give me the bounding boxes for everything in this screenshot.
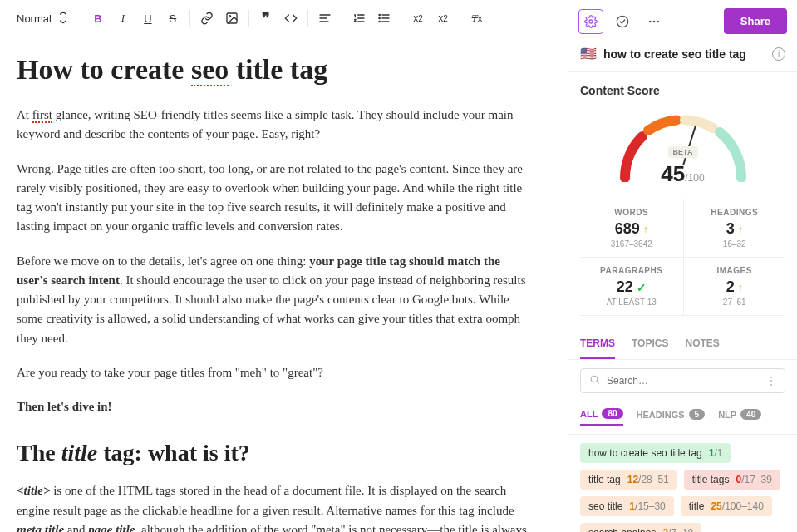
filter-headings[interactable]: HEADINGS 5 (637, 409, 706, 425)
search-icon (589, 374, 600, 387)
check-button[interactable] (610, 9, 635, 34)
info-icon[interactable]: i (772, 47, 785, 61)
svg-point-13 (379, 21, 380, 22)
format-select[interactable]: Normal (10, 7, 76, 30)
heading-1: How to create seo title tag (17, 54, 528, 86)
share-button[interactable]: Share (724, 8, 787, 34)
editor-pane: Normal B I U S ❞ x2 (0, 0, 568, 532)
paragraph: Are you ready to take your page titles f… (17, 363, 528, 382)
italic-button[interactable]: I (111, 7, 135, 30)
term-name: how to create seo title tag (588, 447, 702, 459)
svg-point-12 (379, 17, 380, 18)
term-stat: 1/1 (709, 447, 723, 459)
bold-button[interactable]: B (86, 7, 110, 30)
image-button[interactable] (220, 7, 244, 30)
format-label: Normal (17, 12, 52, 25)
metrics-grid: WORDS 689↑ 3167–3642 HEADINGS 3↑ 16–32 P… (580, 199, 785, 316)
bullet-list-icon (377, 12, 391, 25)
clear-format-button[interactable]: Tx (465, 7, 489, 30)
quote-button[interactable]: ❞ (254, 7, 278, 30)
metric-headings: HEADINGS 3↑ 16–32 (683, 200, 786, 257)
filter-all[interactable]: ALL 80 (580, 408, 623, 426)
editor-toolbar: Normal B I U S ❞ x2 (0, 0, 568, 37)
term-chip[interactable]: seo title1/15–30 (580, 496, 674, 516)
settings-button[interactable] (578, 9, 603, 34)
score-gauge: BETA 45/100 (608, 107, 758, 190)
svg-point-14 (589, 20, 593, 23)
ordered-list-icon (352, 12, 366, 25)
term-chip[interactable]: search engines3/7–18 (580, 523, 701, 532)
align-left-icon (318, 12, 332, 25)
term-name: title (689, 500, 705, 512)
svg-point-16 (650, 21, 651, 22)
separator (460, 10, 460, 27)
arrow-up-icon: ↑ (738, 224, 743, 235)
caret-icon (57, 11, 70, 27)
svg-point-17 (653, 21, 654, 22)
search-input[interactable] (607, 375, 760, 387)
metric-paragraphs: PARAGRAPHS 22✓ AT LEAST 13 (580, 257, 683, 315)
separator (189, 10, 190, 27)
content-score-section: Content Score BETA 45/100 WORDS 689↑ 316… (568, 72, 797, 328)
term-stat: 1/15–30 (629, 500, 665, 512)
term-stat: 25/100–140 (711, 500, 763, 512)
keyword-row: 🇺🇸 how to create seo title tag i (568, 42, 797, 72)
side-header: Share (568, 0, 797, 42)
separator (401, 10, 401, 27)
target-keyword: how to create seo title tag (603, 47, 746, 61)
sort-icon[interactable]: ⋮ (766, 375, 776, 387)
term-chip[interactable]: title25/100–140 (681, 496, 772, 516)
paragraph: At first glance, writing SEO-friendly ti… (17, 106, 528, 145)
check-circle-icon (616, 15, 629, 28)
link-button[interactable] (195, 7, 219, 30)
unordered-list-button[interactable] (372, 7, 396, 30)
align-button[interactable] (313, 7, 337, 30)
svg-point-18 (657, 21, 658, 22)
metric-words: WORDS 689↑ 3167–3642 (580, 200, 683, 257)
tab-topics[interactable]: TOPICS (632, 337, 668, 359)
heading-2: The title tag: what is it? (17, 440, 528, 466)
beta-badge: BETA (668, 146, 698, 158)
term-chip[interactable]: title tag12/28–51 (580, 470, 677, 490)
paragraph: Wrong. Page titles are often too short, … (17, 160, 528, 237)
separator (307, 10, 308, 27)
search-input-wrap[interactable]: ⋮ (580, 368, 785, 393)
image-icon (225, 12, 239, 25)
terms-list: how to create seo title tag1/1title tag1… (568, 435, 797, 532)
term-stat: 0/17–39 (736, 474, 771, 485)
term-name: title tags (692, 474, 730, 485)
ordered-list-button[interactable] (347, 7, 371, 30)
tab-notes[interactable]: NOTES (685, 337, 719, 359)
metric-images: IMAGES 2↑ 27–61 (683, 257, 786, 315)
arrow-up-icon: ↑ (643, 224, 648, 235)
link-icon (200, 12, 214, 25)
separator (342, 10, 342, 27)
editor-content[interactable]: How to create seo title tag At first gla… (0, 37, 568, 532)
tabs-row: TERMS TOPICS NOTES (568, 328, 797, 360)
svg-point-11 (379, 14, 380, 15)
svg-point-15 (617, 16, 627, 27)
subscript-button[interactable]: x2 (406, 7, 430, 30)
term-stat: 12/28–51 (627, 474, 669, 485)
more-horizontal-icon (647, 15, 661, 28)
filter-tabs: ALL 80 HEADINGS 5 NLP 40 (568, 401, 797, 435)
paragraph: <title> is one of the HTML tags stored i… (17, 481, 528, 532)
underline-button[interactable]: U (136, 7, 160, 30)
filter-nlp[interactable]: NLP 40 (718, 409, 761, 425)
code-button[interactable] (279, 7, 303, 30)
side-panel: Share 🇺🇸 how to create seo title tag i C… (568, 0, 797, 532)
arrow-up-icon: ↑ (738, 282, 743, 293)
separator (248, 10, 249, 27)
code-icon (284, 12, 298, 25)
gear-icon (584, 15, 598, 28)
strikethrough-button[interactable]: S (161, 7, 184, 30)
tab-terms[interactable]: TERMS (580, 337, 615, 359)
svg-line-21 (597, 382, 598, 383)
term-chip[interactable]: title tags0/17–39 (684, 470, 780, 490)
term-chip[interactable]: how to create seo title tag1/1 (580, 443, 731, 463)
superscript-button[interactable]: x2 (431, 7, 455, 30)
score-title: Content Score (580, 84, 785, 97)
term-name: title tag (588, 474, 621, 485)
score-value: 45 (661, 161, 685, 186)
more-button[interactable] (642, 9, 667, 34)
